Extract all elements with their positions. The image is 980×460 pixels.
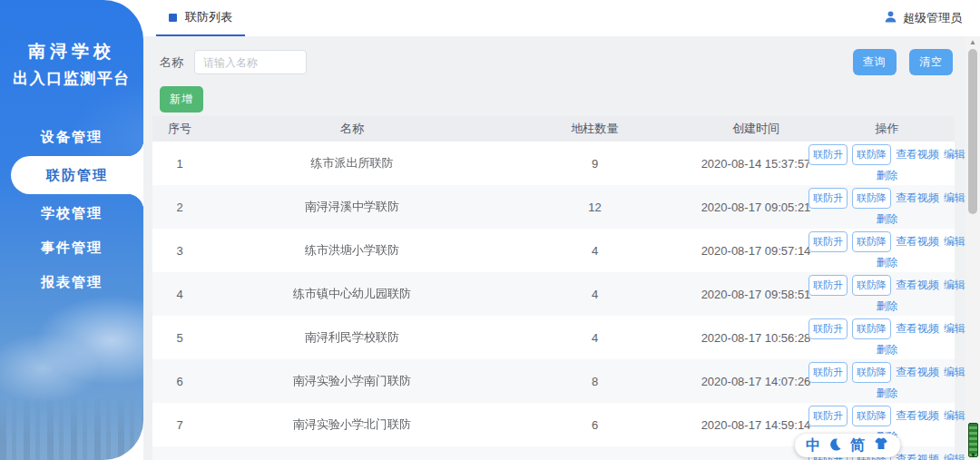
- delete-link[interactable]: 删除: [877, 168, 898, 183]
- sidebar-menu: 设备管理 联防管理 学校管理 事件管理 报表管理: [0, 120, 143, 299]
- sidebar-item-report-management[interactable]: 报表管理: [0, 265, 143, 299]
- view-video-link[interactable]: 查看视频: [896, 234, 939, 250]
- sidebar-item-device-management[interactable]: 设备管理: [0, 120, 143, 154]
- edit-link[interactable]: 编辑: [944, 278, 965, 293]
- row-actions-line2: 删除: [819, 255, 955, 270]
- row-actions-cell: 联防升 联防降 查看视频 编辑 删除: [819, 185, 955, 229]
- edit-link[interactable]: 编辑: [944, 147, 965, 162]
- header-pillar-count: 地柱数量: [497, 116, 692, 142]
- clear-button[interactable]: 清空: [909, 49, 953, 75]
- table-row: 6 南浔实验小学南门联防 8 2020-08-17 14:07:26 联防升 联…: [152, 359, 955, 403]
- raise-button[interactable]: 联防升: [808, 231, 848, 252]
- lower-button[interactable]: 联防降: [852, 406, 891, 426]
- sidebar-item-joint-defense-management[interactable]: 联防管理: [11, 156, 143, 194]
- content-panel: 名称 查询 清空 新增 序号 名称 地柱数量 创建时间 操作: [143, 36, 965, 460]
- user-menu[interactable]: 超级管理员: [884, 10, 962, 27]
- ime-language-indicator[interactable]: 中: [806, 436, 820, 455]
- edit-link[interactable]: 编辑: [944, 191, 965, 206]
- edit-link[interactable]: 编辑: [944, 452, 965, 460]
- sidebar-item-label: 联防管理: [46, 167, 108, 182]
- raise-button[interactable]: 联防升: [808, 318, 848, 339]
- lower-button[interactable]: 联防降: [852, 231, 891, 252]
- raise-button[interactable]: 联防升: [808, 275, 848, 296]
- delete-link[interactable]: 删除: [877, 386, 898, 401]
- row-actions-cell: 联防升 联防降 查看视频 编辑 删除: [819, 142, 955, 185]
- tab-joint-defense-list[interactable]: 联防列表: [156, 0, 245, 36]
- user-icon: [884, 10, 897, 27]
- edit-link[interactable]: 编辑: [944, 408, 965, 424]
- row-actions-line1: 联防升 联防降 查看视频 编辑: [819, 144, 955, 165]
- view-video-link[interactable]: 查看视频: [896, 147, 939, 162]
- name-field-label: 名称: [160, 54, 183, 71]
- row-pillar-count-cell: 4: [497, 229, 692, 272]
- delete-link[interactable]: 删除: [877, 255, 898, 270]
- header-index: 序号: [152, 116, 207, 142]
- row-index-cell: 8: [152, 446, 207, 460]
- row-name-cell: 南浔利民学校联防: [207, 316, 497, 359]
- raise-button[interactable]: 联防升: [808, 362, 848, 383]
- delete-link[interactable]: 删除: [877, 299, 898, 314]
- lower-button[interactable]: 联防降: [852, 144, 891, 165]
- row-actions-line1: 联防升 联防降 查看视频 编辑: [819, 275, 955, 296]
- sidebar-item-event-management[interactable]: 事件管理: [0, 230, 143, 265]
- row-created-time-cell: 2020-08-17 14:07:26: [692, 359, 819, 403]
- app-title-line2: 出入口监测平台: [0, 68, 143, 89]
- lower-button[interactable]: 联防降: [852, 318, 891, 339]
- row-name-cell: 南浔浔溪中学联防: [207, 185, 497, 229]
- view-video-link[interactable]: 查看视频: [896, 191, 939, 206]
- raise-button[interactable]: 联防升: [808, 188, 848, 209]
- row-index-cell: 3: [152, 229, 207, 272]
- ime-simplified-indicator[interactable]: 简: [850, 436, 865, 455]
- scrollbar-up-arrow-icon[interactable]: ▲: [965, 38, 980, 46]
- view-video-link[interactable]: 查看视频: [896, 321, 939, 337]
- user-name: 超级管理员: [903, 10, 962, 26]
- query-button[interactable]: 查询: [853, 49, 897, 75]
- view-video-link[interactable]: 查看视频: [896, 278, 939, 293]
- vertical-scrollbar[interactable]: ▲: [965, 36, 980, 460]
- row-actions-cell: 联防升 联防降 查看视频 编辑 删除: [819, 316, 955, 359]
- row-index-cell: 6: [152, 359, 207, 403]
- edit-link[interactable]: 编辑: [944, 365, 965, 380]
- row-index-cell: 2: [152, 185, 207, 229]
- delete-link[interactable]: 删除: [877, 211, 898, 227]
- row-created-time-cell: 2020-08-17 09:57:14: [692, 229, 819, 272]
- row-actions-line2: 删除: [819, 168, 955, 183]
- view-video-link[interactable]: 查看视频: [896, 365, 939, 380]
- row-created-time-cell: 2020-08-17 09:58:51: [692, 272, 819, 316]
- edit-link[interactable]: 编辑: [944, 321, 965, 337]
- lower-button[interactable]: 联防降: [852, 188, 891, 209]
- add-button[interactable]: 新增: [160, 86, 203, 113]
- row-created-time-cell: 2020-08-17 10:56:28: [692, 316, 819, 359]
- name-search-input[interactable]: [194, 50, 307, 74]
- ime-toolbar[interactable]: 中 简: [795, 434, 900, 457]
- row-pillar-count-cell: 6: [497, 403, 692, 446]
- scrollbar-thumb[interactable]: [968, 49, 977, 214]
- moon-icon[interactable]: [828, 437, 842, 455]
- row-name-cell: 南浔实验小学南门联防: [207, 359, 497, 403]
- lower-button[interactable]: 联防降: [852, 362, 891, 383]
- shirt-icon[interactable]: [873, 437, 889, 454]
- tab-bullet-icon: [169, 14, 177, 22]
- sidebar-item-label: 事件管理: [41, 240, 103, 255]
- joint-defense-table: 序号 名称 地柱数量 创建时间 操作 1 练市派出所联防 9 2020-08-1…: [152, 116, 955, 460]
- row-index-cell: 7: [152, 403, 207, 446]
- lower-button[interactable]: 联防降: [852, 275, 891, 296]
- row-actions-line1: 联防升 联防降 查看视频 编辑: [819, 231, 955, 252]
- raise-button[interactable]: 联防升: [808, 144, 848, 165]
- row-pillar-count-cell: 4: [497, 272, 692, 316]
- sidebar-item-school-management[interactable]: 学校管理: [0, 196, 143, 230]
- edit-link[interactable]: 编辑: [944, 234, 965, 250]
- row-actions-cell: 联防升 联防降 查看视频 编辑 删除: [819, 272, 955, 316]
- raise-button[interactable]: 联防升: [808, 406, 848, 426]
- row-pillar-count-cell: 4: [497, 316, 692, 359]
- delete-link[interactable]: 删除: [877, 342, 898, 357]
- table-header-row: 序号 名称 地柱数量 创建时间 操作: [152, 116, 955, 142]
- table-row: 5 南浔利民学校联防 4 2020-08-17 10:56:28 联防升 联防降…: [152, 316, 955, 359]
- row-actions-line1: 联防升 联防降 查看视频 编辑: [819, 318, 955, 339]
- view-video-link[interactable]: 查看视频: [896, 408, 939, 424]
- scroll-down-indicator[interactable]: [968, 423, 978, 457]
- row-actions-cell: 联防升 联防降 查看视频 编辑 删除: [819, 229, 955, 272]
- app-window: 南浔学校 出入口监测平台 设备管理 联防管理 学校管理 事件管理 报表管理: [0, 0, 980, 460]
- row-actions-line1: 联防升 联防降 查看视频 编辑: [819, 362, 955, 383]
- view-video-link[interactable]: 查看视频: [896, 452, 939, 460]
